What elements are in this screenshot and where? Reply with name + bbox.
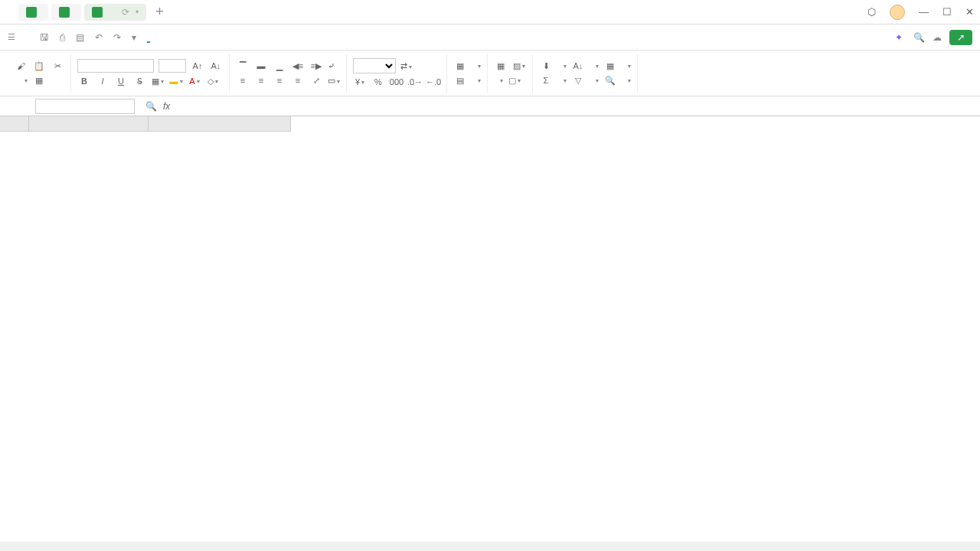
worksheet-icon: ▤	[453, 74, 467, 86]
cloud-icon[interactable]: ☁	[933, 32, 942, 43]
ribbon: 🖌📋✂ ▾ ▦ A↑A↓ BIUS̶▦▾▬▾A▾◇▾ ▔▬▁◀≡≡▶⤶ ≡≡≡≡…	[0, 51, 980, 96]
tab-file-2[interactable]: ⟳•	[84, 4, 146, 21]
percent-icon[interactable]: %	[371, 76, 385, 88]
tab-file-1[interactable]	[51, 4, 81, 21]
align-center-icon[interactable]: ≡	[254, 74, 268, 86]
dropdown-icon[interactable]: ▾	[132, 32, 136, 43]
font-color-icon[interactable]: A▾	[188, 75, 201, 87]
align-top-icon[interactable]: ▔	[236, 60, 250, 72]
menu-file[interactable]	[26, 33, 29, 42]
italic-icon[interactable]: I	[96, 75, 109, 87]
menu-formula[interactable]	[188, 33, 191, 42]
menu-page[interactable]	[175, 33, 178, 42]
menu-start[interactable]	[147, 32, 150, 43]
fill-icon: ⬇	[539, 60, 553, 72]
align-left-icon[interactable]: ≡	[236, 74, 250, 86]
menu-insert[interactable]	[161, 33, 164, 42]
tab-sync-icon: ⟳	[122, 7, 129, 18]
sheet-icon	[26, 7, 37, 18]
underline-icon[interactable]: U	[114, 75, 128, 87]
tab-add-button[interactable]: +	[155, 4, 164, 20]
tab-templates[interactable]	[18, 4, 48, 21]
align-justify-icon[interactable]: ≡	[291, 74, 305, 86]
merge-button[interactable]: ▭▾	[328, 76, 340, 86]
redo-icon[interactable]: ↷	[113, 32, 121, 43]
convert-button[interactable]: ⇄▾	[400, 61, 412, 71]
find-icon: 🔍	[603, 74, 617, 86]
fill-color-icon[interactable]: ▬▾	[169, 75, 183, 87]
sheet-icon	[92, 7, 103, 18]
menu-member[interactable]	[257, 33, 260, 42]
preview-icon[interactable]: ▤	[76, 32, 84, 43]
close-button[interactable]: ✕	[965, 6, 974, 18]
menu-data[interactable]	[202, 33, 205, 42]
print-icon[interactable]: ⎙	[60, 32, 65, 43]
menu-diy[interactable]	[299, 33, 302, 42]
name-box[interactable]	[35, 99, 135, 114]
avatar[interactable]	[890, 5, 905, 20]
search-fx-icon[interactable]: 🔍	[145, 101, 157, 112]
minimize-button[interactable]: —	[919, 6, 929, 18]
copy-icon[interactable]: 📋	[32, 60, 46, 72]
number-format-select[interactable]	[353, 58, 396, 73]
freeze-icon: ▦	[603, 60, 617, 72]
dec-inc-icon[interactable]: .0→	[408, 76, 422, 88]
tab-dot-icon: •	[136, 7, 139, 18]
comma-icon[interactable]: 000	[390, 76, 403, 88]
sum-icon: Σ	[539, 74, 553, 86]
menu-tools[interactable]	[243, 33, 247, 42]
hex-icon[interactable]: ⬡	[867, 6, 876, 18]
increase-font-icon[interactable]: A↑	[191, 60, 204, 72]
save-icon[interactable]: 🖫	[40, 32, 49, 43]
orientation-icon[interactable]: ⤢	[309, 74, 323, 86]
maximize-button[interactable]: ☐	[942, 6, 952, 18]
sheet-icon	[59, 7, 70, 18]
column-headers	[29, 116, 291, 132]
formula-input[interactable]	[176, 99, 974, 113]
titlebar: ⟳• + ⬡ — ☐ ✕	[0, 0, 980, 24]
menu-fangge[interactable]	[285, 33, 288, 42]
cut-icon[interactable]: ✂	[51, 60, 64, 72]
format-icon[interactable]: ▢▾	[508, 74, 521, 86]
format-brush-icon[interactable]: 🖌	[14, 60, 28, 72]
menu-view[interactable]	[230, 33, 233, 42]
row-col-icon: ▦	[453, 60, 467, 72]
wps-ai-button[interactable]: ✦	[895, 32, 906, 43]
undo-icon[interactable]: ↶	[95, 32, 103, 43]
select-all-corner[interactable]	[0, 116, 29, 132]
bold-icon[interactable]: B	[77, 75, 91, 87]
col-header-b[interactable]	[149, 116, 291, 132]
sheet-area	[0, 116, 980, 542]
indent-inc-icon[interactable]: ≡▶	[309, 60, 323, 72]
dec-dec-icon[interactable]: ←.0	[426, 76, 440, 88]
sort-icon: A↓	[571, 60, 585, 72]
menu-review[interactable]	[216, 33, 219, 42]
align-bottom-icon[interactable]: ▁	[273, 60, 286, 72]
menubar: ☰ 🖫 ⎙ ▤ ↶ ↷ ▾ ✦ 🔍 ☁ ↗	[0, 24, 980, 51]
paste-options-icon[interactable]: ▦	[32, 74, 46, 86]
decrease-font-icon[interactable]: A↓	[209, 60, 223, 72]
menu-efficiency[interactable]	[271, 33, 274, 42]
clear-format-icon[interactable]: ◇▾	[206, 75, 220, 87]
hamburger-icon[interactable]: ☰	[8, 32, 15, 42]
share-button[interactable]: ↗	[949, 30, 972, 45]
formula-bar: 🔍 fx	[0, 96, 980, 116]
indent-dec-icon[interactable]: ◀≡	[291, 60, 305, 72]
menu-smart[interactable]	[312, 33, 315, 42]
col-header-a[interactable]	[29, 116, 149, 132]
wrap-button[interactable]: ⤶	[328, 61, 335, 71]
search-icon[interactable]: 🔍	[913, 32, 925, 43]
cell-style-icon[interactable]: ▨▾	[512, 60, 526, 72]
currency-icon[interactable]: ¥▾	[353, 76, 367, 88]
font-name-select[interactable]	[77, 59, 154, 73]
fx-label[interactable]: fx	[163, 101, 170, 112]
align-right-icon[interactable]: ≡	[273, 74, 286, 86]
border-icon[interactable]: ▦▾	[151, 75, 165, 87]
filter-icon: ▽	[571, 74, 585, 86]
font-size-select[interactable]	[158, 59, 186, 73]
align-middle-icon[interactable]: ▬	[254, 60, 268, 72]
table-style-icon[interactable]: ▦	[494, 60, 508, 72]
strike-icon[interactable]: S̶	[132, 75, 146, 87]
